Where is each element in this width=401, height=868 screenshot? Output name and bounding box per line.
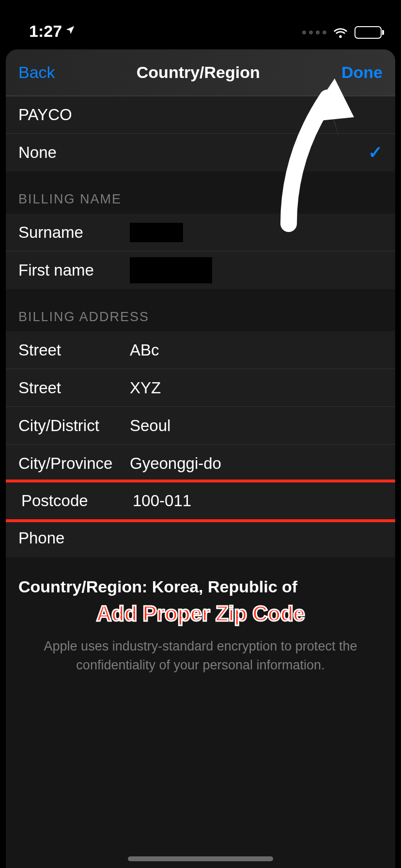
city-row[interactable]: City/District Seoul: [6, 407, 395, 445]
location-arrow-icon: [65, 24, 76, 39]
postcode-label: Postcode: [21, 492, 133, 510]
city-value: Seoul: [130, 417, 383, 435]
checkmark-icon: ✓: [368, 142, 383, 163]
postcode-row[interactable]: Postcode 100-011: [6, 480, 395, 522]
annotation-text: Add Proper Zip Code: [96, 602, 305, 626]
status-right: [302, 24, 382, 41]
street2-value: XYZ: [130, 379, 383, 397]
street2-label: Street: [18, 379, 130, 397]
nav-bar: Back Country/Region Done: [6, 49, 395, 96]
firstname-label: First name: [18, 261, 130, 279]
battery-icon: [355, 26, 382, 39]
street1-label: Street: [18, 341, 130, 359]
done-button[interactable]: Done: [341, 63, 383, 82]
street2-row[interactable]: Street XYZ: [6, 369, 395, 407]
wifi-icon: [332, 24, 349, 41]
phone-label: Phone: [18, 529, 130, 547]
payment-option-payco[interactable]: PAYCO: [6, 96, 395, 134]
province-value: Gyeonggi-do: [130, 454, 383, 473]
payment-section: PAYCO None ✓: [6, 96, 395, 171]
postcode-value: 100-011: [133, 492, 380, 510]
payment-option-none[interactable]: None ✓: [6, 134, 395, 171]
time-text: 1:27: [29, 22, 62, 41]
payco-label: PAYCO: [18, 106, 72, 124]
street1-row[interactable]: Street ABc: [6, 331, 395, 369]
billing-name-section: Surname First name: [6, 214, 395, 289]
signal-dots-icon: [302, 31, 326, 34]
modal-sheet: Back Country/Region Done PAYCO None ✓ BI…: [6, 49, 395, 868]
status-time: 1:27: [29, 22, 76, 41]
billing-address-section: Street ABc Street XYZ City/District Seou…: [6, 331, 395, 557]
status-bar: 1:27: [0, 0, 401, 48]
province-row[interactable]: City/Province Gyeonggi-do: [6, 445, 395, 482]
surname-value-redacted: [130, 223, 183, 242]
page-title: Country/Region: [55, 63, 341, 82]
billing-address-header: BILLING ADDRESS: [6, 289, 395, 331]
footer-note: Apple uses industry-standard encryption …: [6, 617, 395, 695]
back-button[interactable]: Back: [18, 63, 55, 82]
surname-label: Surname: [18, 223, 130, 242]
surname-row[interactable]: Surname: [6, 214, 395, 251]
province-label: City/Province: [18, 454, 130, 473]
firstname-row[interactable]: First name: [6, 251, 395, 289]
street1-value: ABc: [130, 341, 383, 359]
billing-name-header: BILLING NAME: [6, 171, 395, 214]
phone-row[interactable]: Phone: [6, 519, 395, 557]
none-label: None: [18, 143, 57, 162]
home-indicator[interactable]: [128, 856, 273, 861]
firstname-value-redacted: [130, 257, 212, 283]
city-label: City/District: [18, 417, 130, 435]
